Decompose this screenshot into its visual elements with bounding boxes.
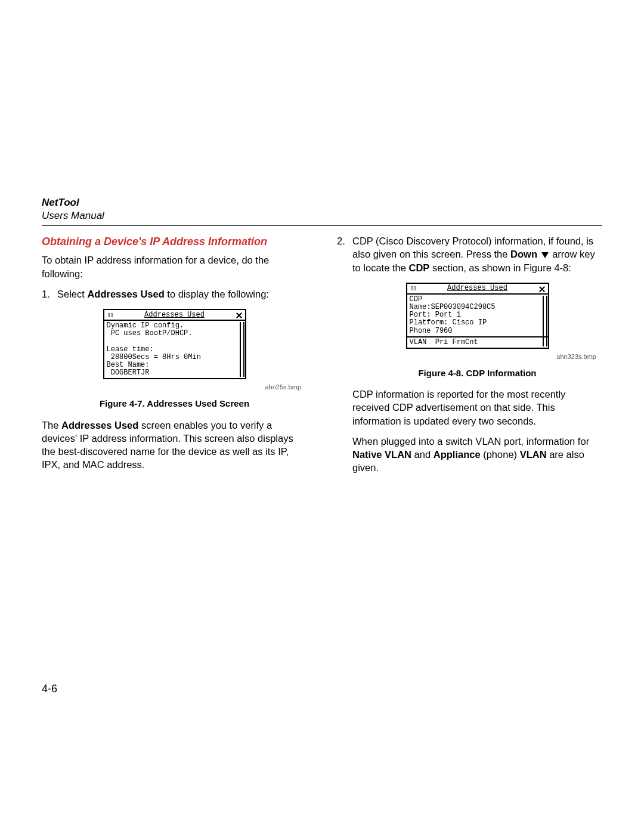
p2mid: and (411, 449, 434, 460)
para-bold: Addresses Used (61, 420, 138, 431)
left-column: Obtaining a Device's IP Address Informat… (42, 234, 307, 488)
figure-4-8-screen: ▯▯ Addresses Used CDP Name:SEP003094C298… (406, 283, 549, 349)
screen-body: Dynamic IP config. PC uses BootP/DHCP. L… (104, 321, 245, 378)
figure-4-7-screen: ▯▯ Addresses Used Dynamic IP config. PC … (103, 309, 246, 379)
step-number: 2. (337, 234, 352, 482)
page-number: 4-6 (42, 683, 57, 695)
scrollbar-icon (240, 322, 244, 377)
screen-body-bottom: VLAN Pri FrmCnt (410, 338, 478, 346)
section-title: Obtaining a Device's IP Address Informat… (42, 234, 307, 249)
para-pre: The (42, 420, 61, 431)
p2b2: Appliance (434, 449, 481, 460)
battery-icon: ▯▯ (408, 285, 418, 292)
cdp-paragraph-2: When plugged into a switch VLAN port, in… (352, 435, 602, 475)
right-column: 2. CDP (Cisco Discovery Protocol) inform… (337, 234, 602, 488)
cdp-paragraph-1: CDP information is reported for the most… (352, 388, 602, 428)
step-number: 1. (42, 287, 57, 301)
header-rule (42, 225, 602, 226)
t-c: section, as shown in Figure 4-8: (429, 262, 571, 273)
screen-title: Addresses Used (418, 284, 537, 292)
step-body: CDP (Cisco Discovery Protocol) informati… (352, 234, 602, 482)
header-product: NetTool (42, 197, 602, 209)
screen-title: Addresses Used (115, 311, 234, 319)
header-subtitle: Users Manual (42, 210, 602, 222)
screen-body-top: CDP Name:SEP003094C298C5 Port: Port 1 Pl… (407, 295, 548, 348)
image-filename: ahn323s.bmp (352, 352, 596, 361)
page-content: NetTool Users Manual Obtaining a Device'… (42, 197, 602, 488)
bold-down: Down (510, 249, 537, 259)
step-1: 1. Select Addresses Used to display the … (42, 287, 307, 301)
step1-pre: Select (57, 289, 87, 299)
battery-icon: ▯▯ (106, 312, 115, 318)
close-icon (234, 311, 244, 319)
p2b1: Native VLAN (352, 449, 411, 460)
step1-post: to display the following: (165, 289, 269, 299)
p2a: When plugged into a switch VLAN port, in… (352, 436, 589, 447)
image-filename: ahn25s.bmp (42, 383, 301, 392)
figure-caption: Figure 4-7. Addresses Used Screen (42, 398, 307, 410)
down-arrow-icon (541, 252, 549, 258)
bold-cdp: CDP (408, 262, 429, 273)
close-icon (537, 284, 547, 293)
two-column-layout: Obtaining a Device's IP Address Informat… (42, 234, 602, 488)
p2b3: VLAN (520, 449, 547, 460)
step-body: Select Addresses Used to display the fol… (57, 287, 307, 301)
figure-caption: Figure 4-8. CDP Information (352, 367, 602, 379)
intro-paragraph: To obtain IP address information for a d… (42, 253, 307, 280)
scrollbar-icon (543, 296, 547, 346)
step-2: 2. CDP (Cisco Discovery Protocol) inform… (337, 234, 602, 482)
p2c: (phone) (481, 449, 520, 460)
step1-bold: Addresses Used (87, 289, 164, 299)
addresses-used-paragraph: The Addresses Used screen enables you to… (42, 419, 307, 472)
